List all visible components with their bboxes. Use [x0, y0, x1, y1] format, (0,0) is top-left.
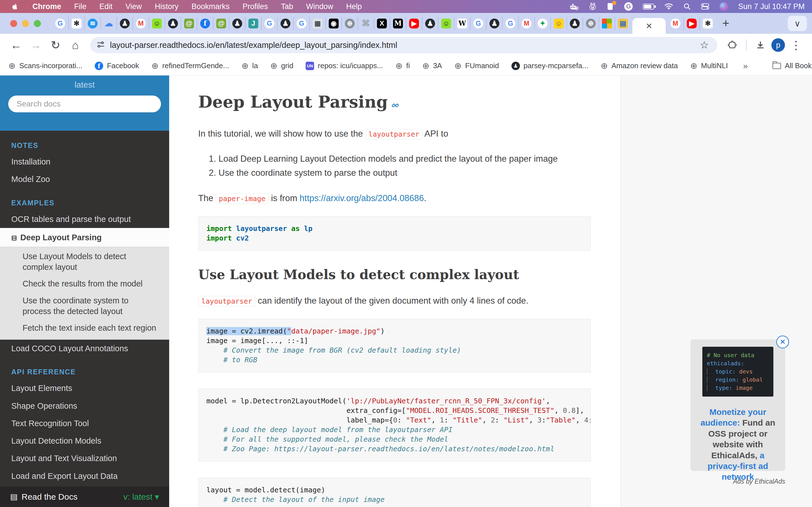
menu-item-file[interactable]: File — [68, 2, 93, 11]
pinned-tab-google[interactable]: G — [52, 17, 68, 30]
arxiv-link[interactable]: https://arxiv.org/abs/2004.08686 — [300, 193, 424, 203]
pinned-tab-gmail[interactable]: M — [667, 17, 683, 30]
pinned-tab-google[interactable]: G — [293, 17, 309, 30]
bookmark-item[interactable]: ⊕grid — [270, 61, 294, 70]
zoom-window-button[interactable] — [34, 20, 41, 27]
menu-item-bookmarks[interactable]: Bookmarks — [185, 2, 236, 11]
address-bar[interactable]: layout-parser.readthedocs.io/en/latest/e… — [90, 37, 717, 53]
bookmark-item[interactable]: ⊕FUmanoid — [455, 61, 499, 70]
chrome-menu-icon[interactable]: ⋮ — [787, 36, 805, 54]
profile-avatar[interactable]: p — [771, 38, 785, 52]
ad-code-image[interactable]: # No user dataethicalads: topic: devs re… — [702, 347, 773, 397]
close-window-button[interactable] — [10, 20, 17, 27]
pinned-tab-google[interactable]: G — [470, 17, 486, 30]
pinned-tab-smiley-site[interactable]: ☺ — [149, 17, 165, 30]
menu-item-tab[interactable]: Tab — [274, 2, 300, 11]
bookmark-item[interactable]: ⊕la — [241, 61, 258, 70]
menu-bar-clock[interactable]: Sun 7 Jul 10:47 PM — [738, 2, 805, 11]
downloads-icon[interactable] — [752, 36, 769, 54]
code-block-detect[interactable]: layout = model.detect(image) # Detect th… — [198, 478, 591, 507]
pinned-tab-github[interactable]: ♟ — [165, 17, 181, 30]
back-button[interactable]: ← — [7, 36, 25, 54]
pinned-tab-medium[interactable]: M — [390, 17, 406, 30]
menu-item-chrome[interactable]: Chrome — [26, 2, 68, 11]
search-input[interactable] — [8, 95, 161, 113]
pinned-tab-youtube[interactable]: ▶ — [683, 17, 700, 30]
sidebar-footer[interactable]: ▤ Read the Docs v: latest ▾ — [0, 487, 169, 507]
pinned-tab-google-cloud[interactable]: ☁ — [100, 17, 116, 30]
pinned-tab-globe-site[interactable]: ⊕ — [582, 17, 599, 30]
tab-search-button[interactable]: ∨ — [788, 16, 807, 31]
bookmarks-overflow-chevron[interactable]: » — [743, 61, 748, 71]
sidebar-item-load-coco-layout-annotations[interactable]: Load COCO Layout Annotations — [0, 340, 169, 357]
menu-item-profiles[interactable]: Profiles — [236, 2, 274, 11]
menu-item-history[interactable]: History — [148, 2, 185, 11]
home-button[interactable]: ⌂ — [66, 36, 84, 54]
apple-logo-icon[interactable] — [11, 3, 18, 10]
sidebar-item-layout-elements[interactable]: Layout Elements — [0, 379, 169, 397]
sidebar-item-deep-layout-parsing[interactable]: ⊟Deep Layout Parsing — [0, 228, 169, 247]
sidebar-item-layout-detection-models[interactable]: Layout Detection Models — [0, 432, 169, 450]
pinned-tab-x-twitter[interactable]: X — [373, 17, 390, 30]
pinned-tab-github[interactable]: ♟ — [486, 17, 502, 30]
pinned-tab-gmail[interactable]: M — [518, 17, 534, 30]
menu-item-window[interactable]: Window — [300, 2, 340, 11]
pinned-tab-medium-dots-site[interactable]: ◉ — [325, 17, 342, 30]
pinned-tab-chatgpt[interactable]: ✻ — [68, 17, 84, 30]
ad-copy[interactable]: Monetize your audience: Fund an OSS proj… — [697, 407, 778, 483]
docker-menu-icon[interactable] — [569, 3, 578, 10]
control-center-icon[interactable] — [701, 3, 709, 10]
pinned-tab-apple[interactable]: ⌘ — [357, 17, 373, 30]
grammarly-menu-icon[interactable]: G — [624, 2, 633, 11]
sidebar-subitem-use-layout-models-to-detect-complex-layo[interactable]: Use Layout Models to detect complex layo… — [0, 248, 169, 276]
pinned-tab-green-swirl-site[interactable]: @ — [181, 17, 197, 30]
pinned-tab-green-swirl-site[interactable]: @ — [213, 17, 229, 30]
sidebar-item-installation[interactable]: Installation — [0, 153, 169, 170]
headerlink-icon[interactable] — [392, 94, 399, 113]
sidebar-item-shape-operations[interactable]: Shape Operations — [0, 397, 169, 414]
pinned-tab-globe-site[interactable]: ⊕ — [342, 17, 357, 30]
code-block-imports[interactable]: import layoutparser as lpimport cv2 — [198, 216, 591, 251]
pinned-tab-facebook[interactable]: f — [197, 17, 213, 30]
bookmark-item[interactable]: ⊕Amazon review data — [601, 61, 678, 70]
sidebar-item-load-and-export-layout-data[interactable]: Load and Export Layout Data — [0, 467, 169, 485]
pinned-tab-github[interactable]: ♟ — [229, 17, 245, 30]
sidebar-subitem-fetch-the-text-inside-each-text-region[interactable]: Fetch the text inside each text region — [0, 320, 169, 337]
bookmark-item[interactable]: fFacebook — [95, 61, 139, 70]
sidebar-item-model-zoo[interactable]: Model Zoo — [0, 170, 169, 188]
siri-icon[interactable] — [719, 2, 728, 11]
pinned-tab-wikipedia[interactable]: W — [454, 17, 470, 30]
pinned-tab-chatgpt[interactable]: ✻ — [700, 17, 716, 30]
code-block-model[interactable]: model = lp.Detectron2LayoutModel('lp://P… — [198, 389, 591, 461]
bookmark-item[interactable]: ⊕3A — [422, 61, 442, 70]
bookmark-item[interactable]: ♟parsey-mcparsefa... — [511, 61, 589, 70]
collapse-toggle-icon[interactable]: ⊟ — [11, 234, 17, 242]
pinned-tab-huggingface[interactable]: ☺ — [550, 17, 566, 30]
pinned-tab-j-site[interactable]: J — [245, 17, 261, 30]
pinned-tab-github[interactable]: ♟ — [116, 17, 133, 30]
active-tab[interactable]: ✕ — [632, 18, 666, 34]
bookmark-item[interactable]: ⊕refinedTermGende... — [151, 61, 229, 70]
bookmark-star-icon[interactable]: ☆ — [698, 39, 711, 51]
battery-icon[interactable] — [643, 4, 654, 10]
bookmark-item[interactable]: UNrepos: icu/icuapps... — [306, 61, 383, 70]
menu-item-view[interactable]: View — [119, 2, 148, 11]
ad-close-button[interactable]: ✕ — [776, 335, 789, 348]
pinned-tab-gmail[interactable]: M — [133, 17, 149, 30]
bookmark-item[interactable]: ⊕MultiNLI — [690, 61, 728, 70]
pinned-tab-google[interactable]: G — [502, 17, 518, 30]
pinned-tab-newspaper-site[interactable]: ▦ — [309, 17, 325, 30]
sidebar-item-text-recognition-tool[interactable]: Text Recognition Tool — [0, 414, 169, 432]
sidebar-item-ocr-tables-and-parse-the-output[interactable]: OCR tables and parse the output — [0, 210, 169, 228]
pinned-tab-docker[interactable]: ≋ — [84, 17, 100, 30]
sidebar-subitem-use-the-coordinate-system-to-process-the[interactable]: Use the coordinate system to process the… — [0, 292, 169, 320]
all-bookmarks-button[interactable]: All Bookmarks — [772, 61, 812, 70]
pinned-tab-microsoft[interactable] — [599, 17, 615, 30]
wifi-icon[interactable] — [664, 3, 673, 10]
pinned-tab-github[interactable]: ♟ — [277, 17, 293, 30]
ethicalads-ad-card[interactable]: ✕ # No user dataethicalads: topic: devs … — [691, 339, 785, 471]
close-tab-icon[interactable]: ✕ — [646, 21, 652, 31]
site-settings-icon[interactable] — [96, 40, 105, 50]
pinned-tab-google[interactable]: G — [261, 17, 277, 30]
minimize-window-button[interactable] — [22, 20, 29, 27]
